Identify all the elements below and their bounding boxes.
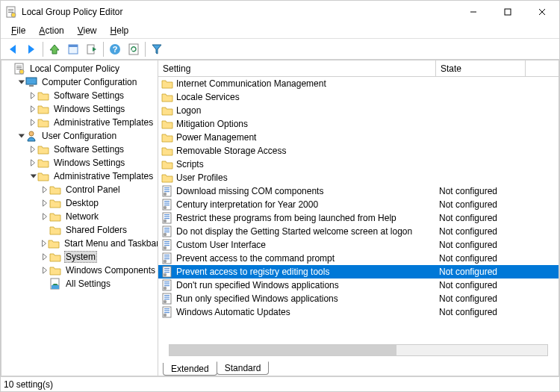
tree-item[interactable]: Software Settings — [1, 89, 158, 102]
expand-icon[interactable] — [40, 266, 49, 275]
folder-icon — [161, 158, 173, 170]
setting-row[interactable]: Logon — [158, 104, 559, 117]
folder-icon — [161, 78, 173, 90]
maximize-button[interactable] — [491, 1, 525, 23]
refresh-button[interactable] — [125, 40, 143, 58]
setting-row[interactable]: Restrict these programs from being launc… — [158, 211, 559, 225]
tree-item[interactable]: Local Computer Policy — [1, 62, 158, 75]
tree-item[interactable]: Desktop — [1, 196, 158, 210]
right-pane: Setting State Internet Communication Man… — [158, 60, 559, 376]
tree-pane[interactable]: Local Computer PolicyComputer Configurat… — [1, 60, 158, 376]
expand-icon[interactable] — [28, 145, 37, 154]
setting-row[interactable]: Scripts — [158, 158, 559, 171]
collapse-icon[interactable] — [28, 172, 37, 181]
tab-standard[interactable]: Standard — [217, 361, 270, 375]
setting-state: Not configured — [439, 267, 559, 277]
menu-view[interactable]: View — [72, 24, 103, 37]
tree-item-label: Shared Folders — [64, 225, 128, 235]
setting-name: Internet Communication Management — [176, 78, 439, 89]
toolbar — [1, 39, 559, 60]
tree-item[interactable]: Windows Settings — [1, 102, 158, 116]
expand-icon[interactable] — [28, 91, 37, 100]
setting-row[interactable]: Run only specified Windows applicationsN… — [158, 292, 559, 305]
folder-icon — [49, 184, 61, 196]
setting-state: Not configured — [439, 253, 559, 264]
expand-icon[interactable] — [40, 185, 49, 194]
folder-icon — [161, 105, 173, 116]
tree-item[interactable]: Software Settings — [1, 143, 158, 156]
setting-row[interactable]: Removable Storage Access — [158, 144, 559, 158]
help-button[interactable] — [106, 40, 124, 58]
tab-extended[interactable]: Extended — [163, 363, 217, 376]
setting-name: User Profiles — [176, 172, 439, 183]
column-setting[interactable]: Setting — [158, 60, 436, 76]
titlebar: Local Group Policy Editor — [1, 1, 559, 23]
filter-button[interactable] — [148, 40, 166, 58]
collapse-icon[interactable] — [16, 78, 25, 87]
tree-item[interactable]: Administrative Templates — [1, 169, 158, 183]
tree-item[interactable]: Shared Folders — [1, 223, 158, 237]
folder-icon — [37, 157, 49, 169]
horizontal-scrollbar[interactable] — [169, 344, 548, 356]
setting-name: Do not display the Getting Started welco… — [176, 226, 439, 237]
forward-button[interactable] — [22, 40, 40, 58]
menu-file[interactable]: File — [5, 24, 31, 37]
setting-row[interactable]: Mitigation Options — [158, 117, 559, 131]
back-button[interactable] — [4, 40, 22, 58]
tree-item[interactable]: User Configuration — [1, 129, 158, 143]
tree-item-label: Control Panel — [64, 184, 122, 195]
tree-item[interactable]: Start Menu and Taskbar — [1, 237, 158, 250]
folder-icon — [161, 172, 173, 184]
setting-row[interactable]: Custom User InterfaceNot configured — [158, 238, 559, 252]
setting-row[interactable]: Don't run specified Windows applications… — [158, 279, 559, 292]
policy-icon — [13, 63, 25, 75]
setting-name: Mitigation Options — [176, 119, 439, 129]
tree-item[interactable]: System — [1, 250, 158, 264]
tree-item-label: Windows Components — [64, 265, 157, 276]
properties-button[interactable] — [64, 40, 82, 58]
setting-row[interactable]: Download missing COM componentsNot confi… — [158, 184, 559, 198]
folder-icon — [37, 103, 49, 115]
main-split: Local Computer PolicyComputer Configurat… — [1, 60, 559, 376]
setting-icon — [161, 199, 173, 211]
setting-row[interactable]: Internet Communication Management — [158, 77, 559, 90]
expand-icon[interactable] — [28, 105, 37, 113]
setting-row[interactable]: Power Management — [158, 131, 559, 144]
up-button[interactable] — [46, 40, 63, 58]
tree-item[interactable]: Computer Configuration — [1, 75, 158, 89]
export-button[interactable] — [83, 40, 101, 58]
folder-icon — [37, 143, 49, 155]
expand-icon[interactable] — [28, 158, 37, 167]
app-icon — [5, 6, 17, 18]
expand-icon[interactable] — [40, 252, 49, 261]
collapse-icon[interactable] — [16, 131, 25, 140]
tree-item[interactable]: Control Panel — [1, 183, 158, 196]
setting-state: Not configured — [439, 240, 559, 250]
expand-icon[interactable] — [40, 239, 48, 248]
settings-list[interactable]: Internet Communication ManagementLocale … — [158, 77, 559, 343]
setting-row[interactable]: Prevent access to registry editing tools… — [158, 265, 559, 279]
menu-help[interactable]: Help — [105, 24, 135, 37]
menu-action[interactable]: Action — [33, 24, 69, 37]
expand-icon[interactable] — [40, 199, 49, 208]
tree-item-label: Software Settings — [52, 144, 125, 155]
column-state[interactable]: State — [436, 60, 526, 76]
expand-icon[interactable] — [28, 118, 37, 127]
setting-row[interactable]: User Profiles — [158, 171, 559, 184]
expand-icon[interactable] — [40, 212, 49, 221]
tree-item[interactable]: All Settings — [1, 277, 158, 290]
tree-item[interactable]: Administrative Templates — [1, 116, 158, 129]
setting-icon — [161, 279, 173, 291]
minimize-button[interactable] — [456, 1, 491, 23]
folder-icon — [37, 90, 49, 102]
tree-item[interactable]: Windows Components — [1, 264, 158, 277]
setting-row[interactable]: Locale Services — [158, 90, 559, 104]
setting-row[interactable]: Windows Automatic UpdatesNot configured — [158, 305, 559, 319]
tree-item[interactable]: Network — [1, 210, 158, 223]
close-button[interactable] — [525, 1, 559, 23]
setting-row[interactable]: Do not display the Getting Started welco… — [158, 225, 559, 238]
tree-item[interactable]: Windows Settings — [1, 156, 158, 169]
setting-row[interactable]: Prevent access to the command promptNot … — [158, 252, 559, 265]
user-icon — [25, 130, 37, 142]
setting-row[interactable]: Century interpretation for Year 2000Not … — [158, 198, 559, 211]
